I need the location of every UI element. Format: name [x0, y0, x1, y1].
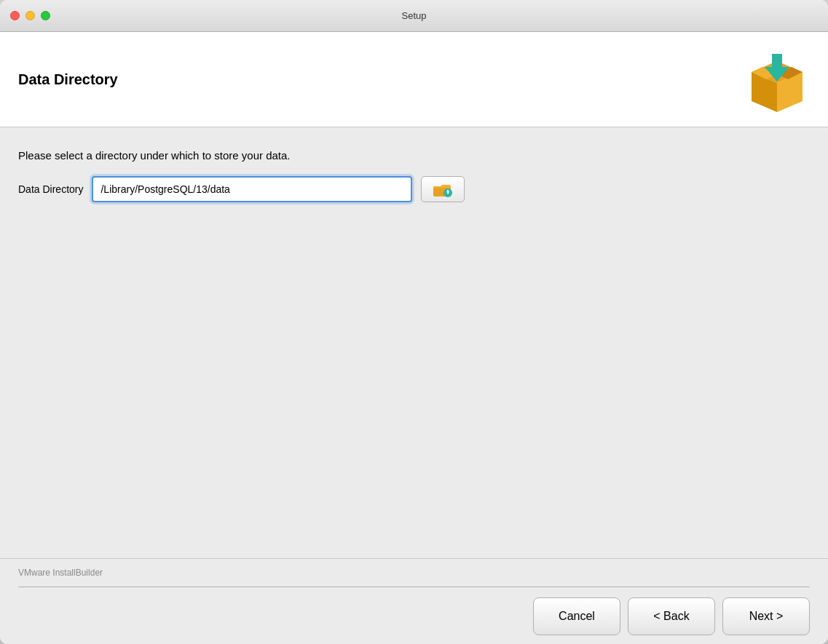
footer-divider [18, 587, 810, 587]
footer-buttons: Cancel < Back Next > [18, 597, 810, 635]
browse-button[interactable] [421, 176, 465, 202]
form-label: Data Directory [18, 183, 83, 195]
zoom-button[interactable] [41, 11, 50, 20]
package-icon [744, 47, 810, 112]
svg-rect-9 [447, 192, 449, 194]
close-button[interactable] [10, 11, 20, 20]
form-row: Data Directory [18, 176, 810, 202]
directory-input[interactable] [92, 176, 412, 202]
titlebar: Setup [0, 0, 828, 32]
main-content: Please select a directory under which to… [0, 127, 828, 558]
page-title: Data Directory [18, 71, 118, 88]
cancel-button[interactable]: Cancel [533, 597, 620, 635]
folder-icon [433, 181, 452, 197]
brand-label: VMware InstallBuilder [18, 568, 810, 578]
traffic-lights [10, 11, 50, 20]
footer: VMware InstallBuilder Cancel < Back Next… [0, 558, 828, 644]
minimize-button[interactable] [25, 11, 35, 20]
header-area: Data Directory [0, 32, 828, 127]
back-button[interactable]: < Back [628, 597, 715, 635]
description-text: Please select a directory under which to… [18, 149, 810, 162]
next-button[interactable]: Next > [722, 597, 810, 635]
window-title: Setup [402, 10, 427, 21]
setup-window: Setup Data Directory Please select a dir… [0, 0, 828, 644]
